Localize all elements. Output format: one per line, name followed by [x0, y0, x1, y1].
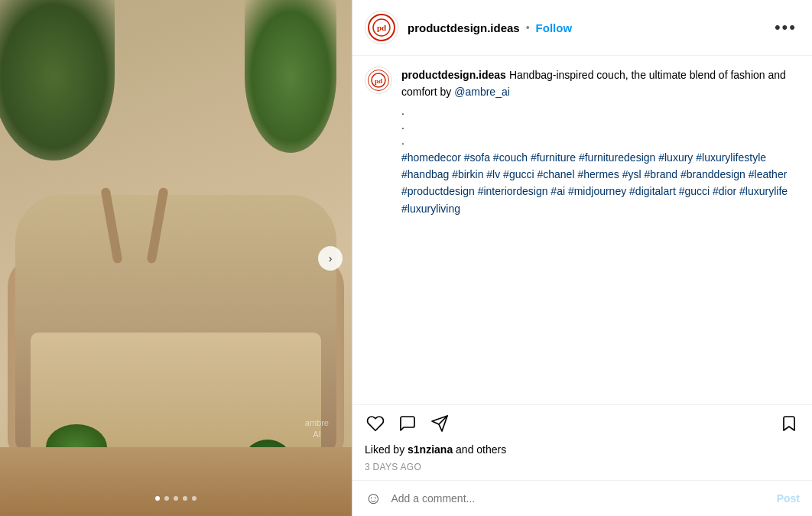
add-comment-bar: ☺ Post — [352, 480, 812, 516]
liked-by-user[interactable]: s1nziana — [408, 443, 453, 456]
floor — [0, 447, 352, 516]
comment-button[interactable] — [397, 413, 418, 434]
carousel-dot-1[interactable] — [155, 496, 160, 501]
actions-bar — [352, 404, 812, 442]
carousel-next-button[interactable]: › — [318, 246, 343, 271]
carousel-dot-4[interactable] — [183, 496, 187, 501]
carousel-dot-3[interactable] — [174, 496, 178, 501]
caption-username[interactable]: productdesign.ideas — [401, 69, 506, 81]
share-button[interactable] — [429, 413, 450, 434]
caption-area: pd productdesign.ideasHandbag-inspired c… — [352, 56, 812, 404]
bookmark-button[interactable] — [778, 413, 800, 434]
caption-text: productdesign.ideasHandbag-inspired couc… — [401, 67, 800, 217]
follow-button[interactable]: Follow — [536, 21, 573, 34]
dot-2: . — [401, 118, 800, 134]
caption-avatar-initials: pd — [368, 70, 389, 91]
caption-avatar[interactable]: pd — [365, 67, 392, 94]
image-watermark: ambre AI — [305, 417, 329, 440]
hashtags: #homedecor #sofa #couch #furniture #furn… — [401, 149, 800, 218]
caption-dots: . . . — [401, 104, 800, 149]
timestamp: 3 Days Ago — [352, 462, 812, 480]
image-panel: ambre AI › — [0, 0, 352, 516]
comment-input[interactable] — [391, 492, 767, 505]
svg-text:pd: pd — [377, 23, 386, 32]
header-info: productdesign.ideas • Follow — [408, 21, 771, 34]
username-row: productdesign.ideas • Follow — [408, 21, 771, 34]
caption-mention[interactable]: @ambre_ai — [454, 86, 510, 98]
more-options-button[interactable]: ••• — [771, 18, 800, 37]
carousel-dots — [155, 496, 197, 501]
liked-by: Liked by s1nziana and others — [352, 442, 812, 462]
dot-3: . — [401, 134, 800, 149]
plant-decoration-left — [0, 0, 115, 161]
avatar-initials: pd — [368, 14, 395, 41]
like-button[interactable] — [365, 413, 386, 434]
liked-by-prefix: Liked by — [365, 443, 408, 456]
post-comment-button[interactable]: Post — [777, 492, 800, 505]
dot-1: . — [401, 104, 800, 119]
content-panel: pd productdesign.ideas • Follow ••• — [352, 0, 812, 516]
carousel-dot-2[interactable] — [164, 496, 169, 501]
hashtag-group[interactable]: #homedecor #sofa #couch #furniture #furn… — [401, 151, 788, 215]
plant-decoration-top — [245, 0, 336, 153]
post-header: pd productdesign.ideas • Follow ••• — [352, 0, 812, 56]
liked-by-suffix: and others — [453, 443, 506, 456]
post-container: ambre AI › pd — [0, 0, 812, 516]
separator: • — [526, 21, 530, 34]
caption-row: pd productdesign.ideasHandbag-inspired c… — [365, 67, 800, 217]
svg-text:pd: pd — [375, 77, 382, 85]
post-username[interactable]: productdesign.ideas — [408, 21, 520, 34]
post-image: ambre AI — [0, 0, 352, 516]
emoji-button[interactable]: ☺ — [365, 488, 382, 508]
avatar[interactable]: pd — [365, 11, 398, 44]
carousel-dot-5[interactable] — [192, 496, 197, 501]
